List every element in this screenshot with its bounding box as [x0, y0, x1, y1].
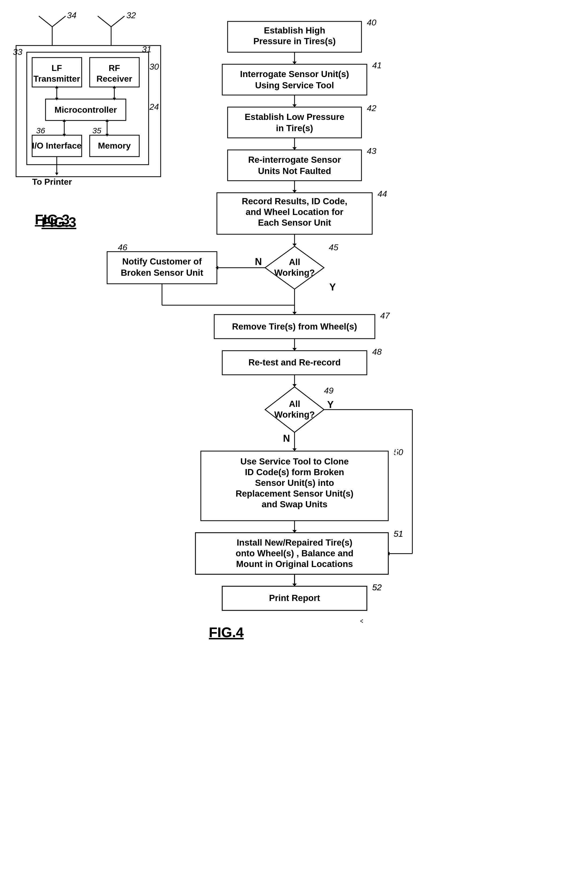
svg-text:Receiver: Receiver [96, 74, 132, 84]
svg-text:Working?: Working? [274, 268, 315, 277]
svg-text:45: 45 [329, 243, 339, 252]
svg-text:Re-test and Re-record: Re-test and Re-record [249, 357, 341, 367]
svg-text:35: 35 [92, 126, 102, 135]
svg-text:in Tire(s): in Tire(s) [276, 123, 313, 133]
svg-text:To Printer: To Printer [32, 177, 72, 187]
svg-text:Use Service Tool to Clone: Use Service Tool to Clone [240, 456, 349, 466]
svg-text:34: 34 [67, 10, 76, 20]
svg-text:43: 43 [367, 146, 376, 156]
svg-text:Y: Y [327, 399, 334, 410]
svg-marker-40 [55, 173, 58, 175]
svg-line-3 [39, 16, 52, 27]
svg-line-8 [111, 16, 124, 27]
svg-text:42: 42 [367, 103, 376, 113]
svg-text:FIG.4: FIG.4 [209, 625, 244, 640]
svg-text:47: 47 [380, 311, 390, 321]
svg-text:RF: RF [109, 63, 120, 73]
svg-text:51: 51 [394, 529, 403, 539]
svg-text:Memory: Memory [98, 141, 131, 150]
svg-text:N: N [255, 256, 262, 267]
svg-text:Units Not Faulted: Units Not Faulted [258, 166, 331, 176]
svg-text:31: 31 [142, 45, 152, 54]
svg-text:Remove Tire(s) from Wheel(s): Remove Tire(s) from Wheel(s) [232, 321, 357, 331]
svg-text:Establish Low Pressure: Establish Low Pressure [245, 112, 344, 122]
svg-line-4 [52, 16, 66, 27]
svg-text:Working?: Working? [274, 409, 315, 420]
svg-text:48: 48 [372, 347, 382, 357]
svg-text:All: All [289, 399, 300, 409]
svg-text:Interrogate Sensor Unit(s): Interrogate Sensor Unit(s) [240, 69, 349, 79]
svg-text:Y: Y [329, 282, 336, 292]
svg-text:LF: LF [51, 63, 62, 73]
svg-text:Transmitter: Transmitter [33, 74, 80, 84]
svg-text:All: All [289, 257, 300, 267]
fig3-title-label: FIG.3 [42, 214, 76, 230]
svg-text:32: 32 [126, 10, 136, 20]
svg-text:Mount in Original Locations: Mount in Original Locations [236, 559, 353, 569]
svg-text:40: 40 [367, 18, 376, 27]
svg-text:50: 50 [394, 447, 403, 457]
svg-text:49: 49 [324, 386, 334, 396]
svg-text:and Wheel Location for: and Wheel Location for [246, 207, 344, 217]
svg-text:Establish High: Establish High [264, 25, 325, 35]
svg-text:46: 46 [118, 243, 128, 252]
svg-text:Install New/Repaired Tire(s): Install New/Repaired Tire(s) [237, 538, 352, 547]
svg-text:44: 44 [378, 189, 387, 199]
svg-text:N: N [283, 433, 290, 444]
svg-text:and Swap Units: and Swap Units [262, 499, 327, 509]
svg-text:Notify Customer of: Notify Customer of [122, 256, 202, 266]
svg-text:Re-interrogate Sensor: Re-interrogate Sensor [248, 155, 341, 165]
svg-text:41: 41 [372, 60, 382, 70]
svg-text:Replacement Sensor Unit(s): Replacement Sensor Unit(s) [236, 489, 354, 498]
svg-text:Print Report: Print Report [269, 593, 320, 603]
svg-text:I/O Interface: I/O Interface [32, 141, 82, 150]
page: 33 34 32 31 30 LF Transmitter RF Receive… [0, 0, 588, 892]
svg-text:Using Service Tool: Using Service Tool [255, 80, 334, 90]
fig4-flowchart: Establish High Pressure in Tires(s) 40 I… [155, 11, 573, 881]
svg-text:Broken  Sensor Unit: Broken Sensor Unit [121, 268, 203, 277]
svg-text:36: 36 [36, 126, 45, 135]
svg-text:Each Sensor Unit: Each Sensor Unit [258, 217, 331, 228]
fig3-diagram: 33 34 32 31 30 LF Transmitter RF Receive… [11, 11, 171, 214]
svg-text:Record Results, ID Code,: Record Results, ID Code, [242, 196, 347, 206]
svg-text:Pressure in Tires(s): Pressure in Tires(s) [253, 36, 336, 46]
svg-line-7 [98, 16, 111, 27]
svg-text:52: 52 [372, 583, 382, 592]
svg-text:onto Wheel(s) , Balance and: onto Wheel(s) , Balance and [236, 548, 354, 558]
svg-text:Microcontroller: Microcontroller [55, 105, 117, 115]
svg-text:Sensor Unit(s) into: Sensor Unit(s) into [255, 478, 334, 488]
svg-text:ID Code(s) form Broken: ID Code(s) form Broken [245, 467, 344, 477]
svg-text:33: 33 [13, 47, 22, 57]
